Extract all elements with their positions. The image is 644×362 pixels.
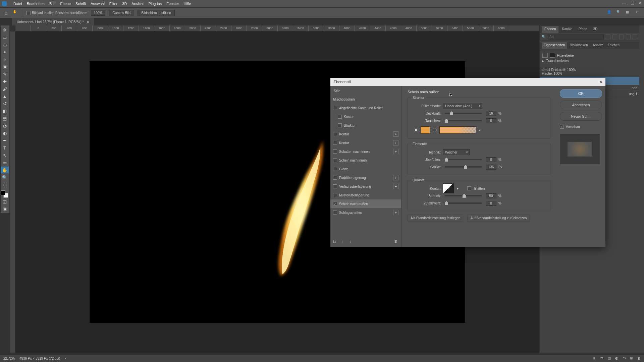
opacity-slider[interactable] xyxy=(445,113,482,114)
contour-picker[interactable] xyxy=(443,183,454,193)
jitter-slider[interactable] xyxy=(445,202,482,204)
size-slider[interactable] xyxy=(445,166,482,168)
bevel-checkbox[interactable] xyxy=(333,106,337,110)
gradient-dropdown-icon[interactable]: ▾ xyxy=(479,128,481,132)
tab-paths[interactable]: Pfade xyxy=(576,26,590,33)
document-tab[interactable]: Unbenannt-1 bei 22,7% (Ebene 1, RGB/8#) … xyxy=(12,18,94,25)
drop-shadow-row[interactable]: Schlagschatten + xyxy=(330,208,401,217)
brush-tool-icon[interactable]: 🖌 xyxy=(1,85,9,92)
tab-character[interactable]: Zeichen xyxy=(605,42,622,49)
add-drop-shadow-icon[interactable]: + xyxy=(393,210,398,215)
bevel-texture-row[interactable]: Struktur xyxy=(330,121,401,130)
edit-toolbar-icon[interactable]: ⋯ xyxy=(1,181,9,188)
path-tool-icon[interactable]: ↖ xyxy=(1,152,9,159)
inner-glow-checkbox[interactable] xyxy=(333,158,337,162)
wand-tool-icon[interactable]: ✦ xyxy=(1,49,9,55)
bevel-contour-checkbox[interactable] xyxy=(338,115,342,119)
home-icon[interactable]: ⌂ xyxy=(3,10,9,16)
tab-channels[interactable]: Kanäle xyxy=(559,26,575,33)
add-stroke-icon-2[interactable]: + xyxy=(393,140,398,145)
color-overlay-row[interactable]: Farbüberlagerung + xyxy=(330,173,401,182)
cancel-button[interactable]: Abbrechen xyxy=(560,101,602,109)
noise-slider[interactable] xyxy=(445,120,482,121)
pattern-overlay-row[interactable]: Musterüberlagerung xyxy=(330,191,401,199)
filter-pixel-icon[interactable] xyxy=(606,35,610,39)
antialias-checkbox[interactable] xyxy=(467,186,471,190)
range-value[interactable]: 50 xyxy=(486,193,496,198)
color-overlay-checkbox[interactable] xyxy=(333,176,337,180)
fill-val-partial[interactable]: 100% xyxy=(554,72,562,75)
screenmode-icon[interactable]: ▣ xyxy=(1,205,9,212)
preview-checkbox[interactable] xyxy=(560,125,564,129)
status-chevron-icon[interactable]: › xyxy=(65,357,66,360)
lasso-tool-icon[interactable]: ◌ xyxy=(1,41,9,48)
menu-filter[interactable]: Filter xyxy=(109,2,117,6)
pattern-overlay-checkbox[interactable] xyxy=(333,193,337,197)
gradient-overlay-checkbox[interactable] xyxy=(333,184,337,188)
new-layer-icon[interactable]: ⊞ xyxy=(630,356,635,361)
frame-tool-icon[interactable]: ▣ xyxy=(1,63,9,70)
inner-glow-row[interactable]: Schein nach innen xyxy=(330,156,401,165)
new-style-button[interactable]: Neuer Stil… xyxy=(560,112,602,121)
hand-tool-icon[interactable]: ✋ xyxy=(13,10,19,16)
delete-effect-icon[interactable]: 🗑 xyxy=(394,239,399,244)
satin-row[interactable]: Glanz xyxy=(330,165,401,173)
menu-type[interactable]: Schrift xyxy=(75,2,86,6)
fit-screen-button[interactable]: Ganzes Bild xyxy=(109,10,134,16)
menu-3d[interactable]: 3D xyxy=(122,2,127,6)
fx-icon[interactable]: fx xyxy=(600,356,605,361)
status-docinfo[interactable]: 4936 Px × 3319 Px (72 ppi) xyxy=(19,357,60,360)
filter-smart-icon[interactable] xyxy=(633,35,637,39)
collapsed-panel-strip[interactable] xyxy=(639,25,644,353)
dodge-tool-icon[interactable]: ◐ xyxy=(1,130,9,136)
ok-button[interactable]: OK xyxy=(560,89,602,98)
glow-color-swatch[interactable] xyxy=(421,126,430,134)
opacity-value[interactable]: 16 xyxy=(486,111,496,116)
fx-footer-icon[interactable]: fx xyxy=(333,239,338,244)
minimize-icon[interactable]: — xyxy=(622,1,627,5)
stroke-checkbox-1[interactable] xyxy=(333,132,337,136)
heal-tool-icon[interactable]: ✚ xyxy=(1,78,9,85)
size-value[interactable]: 136 xyxy=(486,165,496,170)
group-icon[interactable]: 🗀 xyxy=(623,356,627,361)
stroke-row-2[interactable]: Kontur + xyxy=(330,138,401,147)
filter-type-icon[interactable] xyxy=(619,35,624,39)
outer-glow-row[interactable]: Schein nach außen xyxy=(330,199,401,208)
share-icon[interactable]: ⇧ xyxy=(635,10,641,16)
add-inner-shadow-icon[interactable]: + xyxy=(393,149,398,154)
tab-properties[interactable]: Eigenschaften xyxy=(542,42,567,49)
marquee-tool-icon[interactable]: ▭ xyxy=(1,34,9,41)
fill-screen-button[interactable]: Bildschirm ausfüllen xyxy=(138,10,175,16)
stamp-tool-icon[interactable]: ▲ xyxy=(1,93,9,100)
stroke-checkbox-2[interactable] xyxy=(333,141,337,145)
color-radio[interactable] xyxy=(414,128,418,132)
eraser-tool-icon[interactable]: ◧ xyxy=(1,108,9,114)
dialog-titlebar[interactable]: Ebenenstil ✕ xyxy=(330,78,605,86)
close-window-icon[interactable]: ✕ xyxy=(638,1,643,5)
menu-layer[interactable]: Ebene xyxy=(60,2,71,6)
search-kind-icon[interactable]: 🔍 xyxy=(542,35,546,39)
menu-select[interactable]: Auswahl xyxy=(91,2,105,6)
spread-slider[interactable] xyxy=(445,159,482,160)
maximize-icon[interactable]: ▢ xyxy=(630,1,635,5)
close-dialog-icon[interactable]: ✕ xyxy=(599,79,603,84)
filter-shape-icon[interactable] xyxy=(626,35,631,39)
menu-edit[interactable]: Bearbeiten xyxy=(27,2,45,6)
blur-tool-icon[interactable]: ◔ xyxy=(1,122,9,129)
close-tab-icon[interactable]: ✕ xyxy=(87,20,89,24)
bevel-row[interactable]: Abgeflachte Kante und Relief xyxy=(330,104,401,112)
add-color-overlay-icon[interactable]: + xyxy=(393,175,398,180)
quickmask-icon[interactable]: ◫ xyxy=(1,198,9,205)
gradient-tool-icon[interactable]: ▤ xyxy=(1,115,9,122)
bevel-contour-row[interactable]: Kontur xyxy=(330,112,401,121)
reset-default-button[interactable]: Auf Standardeinstellung zurücksetzen xyxy=(467,215,530,222)
blendmode-dropdown[interactable]: Linear abw. (Add.) xyxy=(443,103,482,109)
workspace-icon[interactable]: ▦ xyxy=(626,10,632,16)
pen-tool-icon[interactable]: ✒ xyxy=(1,137,9,144)
history-brush-tool-icon[interactable]: ↺ xyxy=(1,100,9,107)
zoom-100-button[interactable]: 100% xyxy=(91,10,106,16)
inner-shadow-checkbox[interactable] xyxy=(333,149,337,154)
search-icon[interactable]: 🔍 xyxy=(616,10,623,16)
zoom-tool-icon[interactable]: 🔍 xyxy=(1,174,9,181)
move-down-icon[interactable]: ↓ xyxy=(349,239,354,244)
